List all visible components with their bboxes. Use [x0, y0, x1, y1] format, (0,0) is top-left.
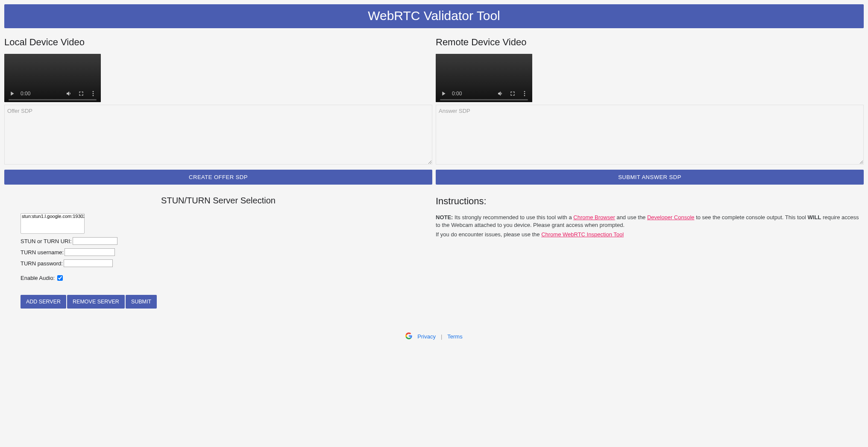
local-video-time: 0:00	[21, 91, 30, 97]
play-icon[interactable]	[9, 90, 15, 97]
more-icon[interactable]	[521, 90, 528, 97]
volume-icon[interactable]	[497, 90, 504, 97]
will-label: WILL	[808, 214, 821, 221]
instr-text-5: If you do encounter issues, please use t…	[436, 231, 541, 238]
footer-separator: |	[441, 333, 442, 340]
local-video-heading: Local Device Video	[4, 37, 432, 48]
svg-point-5	[524, 95, 525, 96]
enable-audio-label: Enable Audio:	[21, 275, 55, 281]
local-video-progress[interactable]	[9, 99, 97, 100]
answer-sdp-textarea[interactable]	[436, 105, 864, 165]
server-list-select[interactable]: stun:stun1.l.google.com:19302	[21, 213, 85, 234]
volume-icon[interactable]	[66, 90, 73, 97]
remote-video-player[interactable]: 0:00	[436, 54, 532, 102]
uri-label: STUN or TURN URI:	[21, 238, 72, 244]
remote-column: Remote Device Video 0:00	[436, 33, 864, 317]
stun-turn-heading: STUN/TURN Server Selection	[4, 196, 432, 206]
submit-answer-sdp-button[interactable]: SUBMIT ANSWER SDP	[436, 170, 864, 185]
fullscreen-icon[interactable]	[78, 90, 85, 97]
stun-turn-panel: stun:stun1.l.google.com:19302 STUN or TU…	[4, 213, 432, 317]
turn-password-input[interactable]	[64, 259, 113, 267]
offer-sdp-textarea[interactable]	[4, 105, 432, 165]
play-icon[interactable]	[440, 90, 447, 97]
privacy-link[interactable]: Privacy	[417, 333, 436, 340]
remove-server-button[interactable]: REMOVE SERVER	[67, 295, 125, 309]
remote-video-progress[interactable]	[440, 99, 528, 100]
stun-submit-button[interactable]: SUBMIT	[126, 295, 157, 309]
instr-text-2: and use the	[615, 214, 647, 221]
remote-video-time: 0:00	[452, 91, 462, 97]
developer-console-link[interactable]: Developer Console	[647, 214, 695, 221]
svg-point-0	[93, 91, 94, 92]
main-columns: Local Device Video 0:00	[4, 33, 864, 317]
fullscreen-icon[interactable]	[509, 90, 516, 97]
page-title-banner: WebRTC Validator Tool	[4, 4, 864, 28]
chrome-browser-link[interactable]: Chrome Browser	[573, 214, 615, 221]
note-label: NOTE:	[436, 214, 453, 221]
svg-point-2	[93, 95, 94, 96]
local-column: Local Device Video 0:00	[4, 33, 432, 317]
server-option[interactable]: stun:stun1.l.google.com:19302	[21, 214, 84, 219]
remote-video-heading: Remote Device Video	[436, 37, 864, 48]
page-title: WebRTC Validator Tool	[368, 9, 500, 23]
stun-turn-uri-input[interactable]	[73, 237, 117, 245]
turn-password-label: TURN password:	[21, 260, 63, 267]
create-offer-sdp-button[interactable]: CREATE OFFER SDP	[4, 170, 432, 185]
local-video-player[interactable]: 0:00	[4, 54, 101, 102]
more-icon[interactable]	[90, 90, 97, 97]
chrome-webrtc-inspection-link[interactable]: Chrome WebRTC Inspection Tool	[541, 231, 624, 238]
svg-point-4	[524, 93, 525, 94]
svg-point-1	[93, 93, 94, 94]
turn-username-input[interactable]	[65, 248, 115, 256]
enable-audio-checkbox[interactable]	[57, 275, 63, 281]
terms-link[interactable]: Terms	[447, 333, 462, 340]
instr-text-1: Its strongly recommended to use this too…	[453, 214, 573, 221]
instructions-body: NOTE: Its strongly recommended to use th…	[436, 214, 864, 239]
add-server-button[interactable]: ADD SERVER	[21, 295, 66, 309]
instr-text-3: to see the complete console output. This…	[695, 214, 808, 221]
turn-username-label: TURN username:	[21, 249, 64, 256]
google-logo-icon	[405, 332, 412, 341]
svg-point-3	[524, 91, 525, 92]
instructions-heading: Instructions:	[436, 196, 864, 207]
footer: Privacy | Terms	[4, 332, 864, 341]
